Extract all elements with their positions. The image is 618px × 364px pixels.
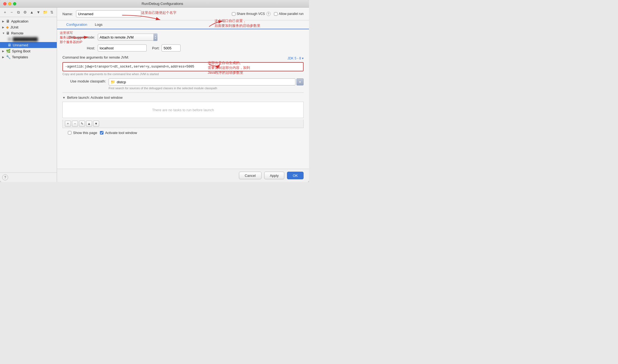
debugger-mode-select[interactable]: Attach to remote JVM ▲ ▼	[98, 34, 157, 41]
copy-config-button[interactable]: ⧉	[15, 9, 21, 15]
arrow-icon: ▶	[2, 56, 6, 59]
activate-label: Activate tool window	[105, 131, 137, 135]
junit-icon: ◆	[6, 25, 9, 29]
title-bar: Run/Debug Configurations	[0, 0, 309, 8]
application-icon: 🖥	[6, 19, 10, 23]
close-button[interactable]	[3, 2, 7, 5]
move-down-button[interactable]: ▼	[36, 9, 41, 15]
vcs-label: Share through VCS	[237, 12, 265, 16]
maximize-button[interactable]	[13, 2, 16, 5]
config-header: Name: Share through VCS ? Allow parallel…	[57, 8, 309, 20]
ok-button[interactable]: OK	[287, 172, 304, 179]
bl-remove-button[interactable]: −	[72, 121, 78, 127]
cmdline-hint: Copy and paste the arguments to the comm…	[62, 72, 304, 76]
bl-down-button[interactable]: ▼	[93, 121, 99, 127]
tabs-bar: Configuration Logs	[57, 20, 309, 29]
remote-icon: 🖥	[6, 31, 10, 35]
sidebar: + − ⧉ ⚙ ▲ ▼ 📁 ⇅ ▶ 🖥 Application ▶	[0, 8, 57, 182]
main-content: + − ⧉ ⚙ ▲ ▼ 📁 ⇅ ▶ 🖥 Application ▶	[0, 8, 309, 182]
sidebar-item-remote[interactable]: ▼ 🖥 Remote	[0, 30, 57, 36]
debugger-mode-label: Debugger mode:	[62, 35, 98, 39]
port-input[interactable]	[162, 44, 181, 52]
cancel-button[interactable]: Cancel	[239, 172, 261, 179]
arrow-icon: ▶	[2, 20, 6, 23]
unnamed-icon: 🖥	[8, 43, 11, 47]
tab-logs[interactable]: Logs	[91, 20, 106, 29]
bl-add-button[interactable]: +	[65, 121, 71, 127]
add-config-button[interactable]: +	[2, 9, 8, 15]
module-row: Use module classpath: 📁 distcp ▼	[62, 78, 304, 90]
minimize-button[interactable]	[8, 2, 11, 5]
host-input[interactable]	[98, 44, 147, 52]
host-port-row: Host: Port:	[62, 44, 304, 52]
dropdown-icon: ▼	[299, 81, 301, 84]
sidebar-item-application[interactable]: ▶ 🖥 Application	[0, 18, 57, 24]
cmdline-section: Command line arguments for remote JVM: J…	[62, 55, 304, 76]
module-select[interactable]: 📁 distcp	[109, 78, 295, 85]
arrow-icon: ▼	[2, 32, 6, 35]
host-label: Host:	[62, 46, 98, 50]
sidebar-item-templates[interactable]: ▶ 🔧 Templates	[0, 54, 57, 60]
right-panel-wrapper: Name: Share through VCS ? Allow parallel…	[57, 8, 309, 182]
module-select-btn[interactable]: ▼	[297, 78, 304, 85]
module-select-wrap: 📁 distcp ▼	[109, 78, 304, 85]
before-launch-arrow-icon: ▼	[62, 96, 65, 99]
cmdline-header: Command line arguments for remote JVM: J…	[62, 55, 304, 61]
activate-checkbox[interactable]	[100, 131, 103, 135]
port-label: Port:	[152, 46, 159, 50]
tab-configuration[interactable]: Configuration	[62, 20, 91, 29]
cmdline-box[interactable]: -agentlib:jdwp=transport=dt_socket,serve…	[62, 62, 304, 71]
before-launch-title: Before launch: Activate tool window	[67, 95, 123, 100]
sidebar-item-blurred[interactable]: 🖥 ██████████	[0, 36, 57, 42]
before-launch-toolbar: + − ✎ ▲ ▼	[62, 120, 304, 128]
sidebar-item-springboot[interactable]: ▶ 🌿 Spring Boot	[0, 48, 57, 54]
sort-button[interactable]: ⇅	[49, 9, 55, 15]
bl-edit-button[interactable]: ✎	[79, 121, 85, 127]
vcs-checkbox[interactable]	[232, 12, 235, 16]
parallel-area: Allow parallel run	[274, 12, 304, 16]
sidebar-toolbar: + − ⧉ ⚙ ▲ ▼ 📁 ⇅	[0, 8, 57, 17]
jdk-selector[interactable]: JDK 5 - 8 ▾	[288, 56, 304, 60]
cmdline-label: Command line arguments for remote JVM:	[62, 55, 129, 59]
module-hint: First search for sources of the debugged…	[109, 87, 304, 90]
vcs-area: Share through VCS ?	[232, 12, 271, 16]
vcs-help-icon[interactable]: ?	[266, 12, 271, 16]
apply-button[interactable]: Apply	[264, 172, 285, 179]
blurred-icon: 🖥	[8, 37, 11, 41]
sidebar-tree: ▶ 🖥 Application ▶ ◆ JUnit ▼ 🖥 Remote	[0, 17, 57, 173]
select-arrows: ▲ ▼	[153, 33, 157, 41]
activate-row: Activate tool window	[100, 131, 137, 135]
arrow-icon: ▶	[2, 50, 6, 53]
name-label: Name:	[62, 12, 73, 16]
parallel-checkbox[interactable]	[274, 12, 278, 16]
no-tasks-text: There are no tasks to run before launch	[152, 108, 214, 112]
sidebar-item-junit[interactable]: ▶ ◆ JUnit	[0, 24, 57, 30]
bottom-options-row: Show this page Activate tool window	[62, 128, 304, 138]
move-up-button[interactable]: ▲	[29, 9, 35, 15]
settings-button[interactable]: ⚙	[22, 9, 28, 15]
show-page-label: Show this page	[73, 131, 97, 135]
debugger-mode-row: Debugger mode: Attach to remote JVM ▲ ▼	[62, 34, 304, 41]
help-button[interactable]: ?	[2, 174, 8, 180]
name-input[interactable]	[76, 10, 141, 17]
module-value: distcp	[117, 80, 126, 84]
show-page-checkbox[interactable]	[68, 131, 71, 135]
main-window: Run/Debug Configurations + − ⧉ ⚙ ▲ ▼ 📁 ⇅…	[0, 0, 309, 182]
traffic-lights	[3, 2, 16, 5]
templates-icon: 🔧	[6, 55, 11, 59]
before-launch-content: There are no tasks to run before launch	[62, 102, 304, 118]
window-title: Run/Debug Configurations	[19, 2, 306, 6]
folder-button[interactable]: 📁	[42, 9, 48, 15]
right-panel: Name: Share through VCS ? Allow parallel…	[57, 8, 309, 182]
module-label: Use module classpath:	[62, 78, 109, 83]
before-launch-header[interactable]: ▼ Before launch: Activate tool window	[62, 95, 304, 100]
arrow-icon: ▶	[2, 26, 6, 29]
springboot-icon: 🌿	[6, 49, 11, 53]
show-page-row: Show this page	[68, 131, 97, 135]
bl-up-button[interactable]: ▲	[86, 121, 92, 127]
parallel-label: Allow parallel run	[279, 12, 304, 16]
remove-config-button[interactable]: −	[9, 9, 15, 15]
debugger-mode-value: Attach to remote JVM	[100, 35, 152, 39]
sidebar-item-unnamed[interactable]: 🖥 Unnamed	[0, 42, 57, 48]
folder-icon: 📁	[111, 80, 115, 84]
